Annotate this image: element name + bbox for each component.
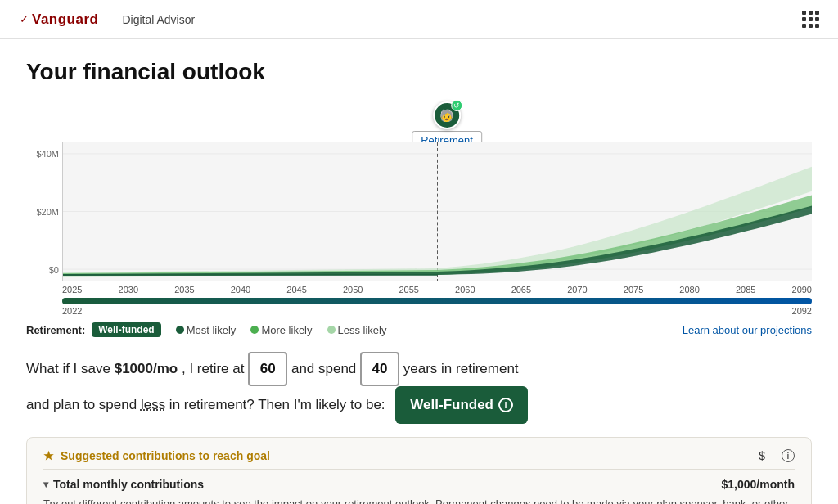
logo-check-icon: ✓	[20, 13, 29, 25]
spend-years-input[interactable]: 40	[360, 352, 399, 386]
card-header-label: Suggested contributions to reach goal	[61, 449, 270, 462]
x-label-2065: 2065	[511, 285, 531, 295]
logo-text: Vanguard	[32, 11, 98, 28]
less-likely-dot	[327, 326, 336, 334]
header-subtitle: Digital Advisor	[122, 13, 195, 26]
grid-dot	[802, 24, 806, 28]
grid-dot	[809, 24, 813, 28]
contributions-card: ★ Suggested contributions to reach goal …	[26, 437, 812, 504]
y-axis-label-40m: $40M	[36, 149, 59, 159]
card-header-left: ★ Suggested contributions to reach goal	[43, 449, 270, 462]
grid-dot	[815, 24, 819, 28]
question-underline-word: less	[141, 397, 165, 412]
range-start-label: 2022	[62, 306, 82, 316]
more-likely-dot	[250, 326, 259, 334]
vanguard-logo: ✓ Vanguard	[20, 11, 98, 28]
grid-dot	[815, 11, 819, 15]
x-label-2070: 2070	[567, 285, 587, 295]
page-title: Your financial outlook	[26, 59, 812, 85]
apps-grid-icon[interactable]	[802, 11, 818, 28]
header-left: ✓ Vanguard Digital Advisor	[20, 11, 195, 29]
star-icon: ★	[43, 449, 54, 462]
range-end-label: 2092	[792, 306, 812, 316]
projections-link[interactable]: Learn about our projections	[683, 324, 812, 336]
x-label-2025: 2025	[62, 285, 82, 295]
range-track	[62, 298, 812, 304]
card-header-right: $— i	[759, 449, 795, 462]
x-label-2035: 2035	[174, 285, 194, 295]
x-label-2055: 2055	[399, 285, 418, 295]
question-prefix: What if I save	[26, 361, 115, 376]
legend-retirement-label: Retirement:	[26, 324, 85, 336]
question-suffix1: years in retirement	[403, 361, 519, 376]
grid-dot	[809, 17, 813, 21]
legend-less-likely: Less likely	[327, 324, 387, 336]
card-header: ★ Suggested contributions to reach goal …	[43, 449, 795, 462]
well-funded-label: Well-Funded	[410, 391, 493, 419]
header-divider	[110, 11, 110, 29]
x-label-2090: 2090	[792, 285, 812, 295]
question-line2-prefix: and plan to spend	[26, 397, 141, 412]
chart-svg-area	[62, 142, 812, 281]
range-labels: 2022 2092	[62, 306, 812, 316]
x-label-2075: 2075	[624, 285, 643, 295]
legend-well-funded-badge: Well-funded	[92, 322, 160, 337]
grid-dot	[802, 11, 806, 15]
y-axis-label-0: $0	[49, 265, 59, 275]
x-label-2050: 2050	[343, 285, 363, 295]
legend-most-likely-label: Most likely	[187, 324, 237, 336]
well-funded-status-badge[interactable]: Well-Funded i	[395, 386, 528, 424]
question-mid1: , I retire at	[182, 361, 248, 376]
x-label-2040: 2040	[231, 285, 250, 295]
financial-chart: 🧓 ↺ Retirement $40M $20M $0	[26, 101, 812, 316]
chart-visualization	[63, 142, 812, 281]
section-label: Total monthly contributions	[53, 478, 204, 491]
card-section-header-left: ▾ Total monthly contributions	[43, 478, 204, 491]
card-header-info-icon[interactable]: i	[782, 449, 795, 462]
grid-dot	[815, 17, 819, 21]
most-likely-dot	[176, 326, 184, 334]
grid-dot	[809, 11, 813, 15]
legend-more-likely-label: More likely	[261, 324, 312, 336]
question-mid2: and spend	[291, 361, 360, 376]
section-amount: $1,000/month	[722, 478, 795, 491]
main-content: Your financial outlook 🧓 ↺ Retirement $4…	[0, 39, 838, 504]
grid-dot	[802, 17, 806, 21]
legend-most-likely: Most likely	[176, 324, 237, 336]
retire-age-input[interactable]: 60	[248, 352, 287, 386]
app-header: ✓ Vanguard Digital Advisor	[0, 0, 838, 39]
x-label-2080: 2080	[679, 285, 699, 295]
question-line-1: What if I save $1000/mo , I retire at 60…	[26, 352, 812, 386]
x-label-2030: 2030	[119, 285, 138, 295]
card-body-text: Try out different contribution amounts t…	[43, 496, 795, 504]
well-funded-info-icon[interactable]: i	[498, 398, 513, 412]
card-header-amount: $—	[759, 449, 777, 462]
save-amount: $1000/mo	[115, 361, 178, 376]
question-section: What if I save $1000/mo , I retire at 60…	[26, 352, 812, 424]
legend-less-likely-label: Less likely	[338, 324, 387, 336]
x-label-2060: 2060	[455, 285, 475, 295]
y-axis-label-20m: $20M	[36, 207, 59, 217]
x-label-2045: 2045	[286, 285, 306, 295]
card-section-header: ▾ Total monthly contributions $1,000/mon…	[43, 478, 795, 491]
legend-more-likely: More likely	[250, 324, 312, 336]
range-fill	[62, 298, 812, 304]
x-axis: 2025 2030 2035 2040 2045 2050 2055 2060 …	[62, 281, 812, 295]
retirement-badge: ↺	[451, 100, 462, 111]
chevron-down-icon[interactable]: ▾	[43, 479, 48, 490]
chart-legend: Retirement: Well-funded Most likely More…	[26, 322, 812, 337]
question-line2-suffix: in retirement? Then I'm likely to be:	[165, 397, 385, 412]
x-label-2085: 2085	[736, 285, 755, 295]
question-line-2: and plan to spend less in retirement? Th…	[26, 386, 812, 424]
timeline-range-slider[interactable]: 2022 2092	[62, 298, 812, 316]
retirement-icon[interactable]: 🧓 ↺	[433, 101, 461, 129]
card-section: ▾ Total monthly contributions $1,000/mon…	[43, 469, 795, 504]
